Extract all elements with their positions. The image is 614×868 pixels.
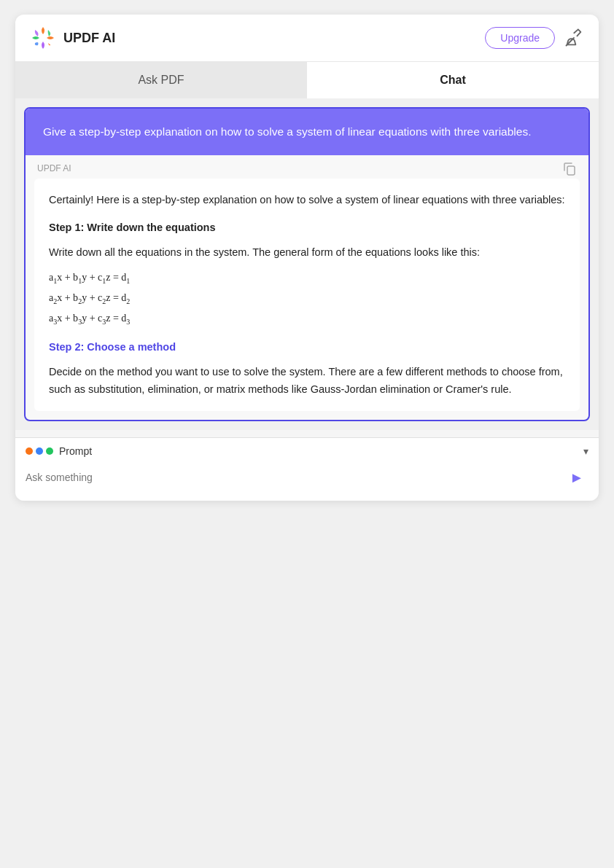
equations-block: a1x + b1y + c1z = d1 a2x + b2y + c2z = d…	[49, 269, 565, 329]
step1-header: Step 1: Write down the equations	[49, 219, 565, 237]
ai-section: UPDF AI Certainly! Here is a step-by-ste…	[26, 155, 588, 411]
copy-icon[interactable]	[562, 161, 577, 176]
equation-2: a2x + b2y + c2z = d2	[49, 289, 565, 308]
tab-chat[interactable]: Chat	[307, 62, 599, 98]
input-area: Prompt ▾ ►	[15, 437, 599, 501]
header-left: UPDF AI	[30, 25, 115, 51]
ask-input-row: ►	[26, 463, 588, 492]
upgrade-button[interactable]: Upgrade	[485, 27, 555, 49]
equation-1: a1x + b1y + c1z = d1	[49, 269, 565, 287]
svg-rect-0	[567, 166, 575, 175]
app-container: UPDF AI Upgrade Ask PDF Chat Give a step…	[15, 15, 599, 501]
header: UPDF AI Upgrade	[15, 15, 599, 62]
user-message-text: Give a step-by-step explanation on how t…	[43, 123, 571, 141]
dot-orange	[26, 447, 33, 455]
broom-icon[interactable]	[564, 28, 584, 48]
chat-area: Give a step-by-step explanation on how t…	[24, 107, 590, 421]
prompt-left: Prompt	[26, 445, 92, 457]
ai-response-box[interactable]: Certainly! Here is a step-by-step explan…	[34, 179, 580, 411]
prompt-dots	[26, 447, 53, 455]
tabs-bar: Ask PDF Chat	[15, 62, 599, 98]
dot-green	[46, 447, 53, 455]
ask-input[interactable]	[26, 472, 559, 483]
header-right: Upgrade	[485, 27, 584, 49]
prompt-label: Prompt	[59, 445, 92, 457]
tab-ask-pdf[interactable]: Ask PDF	[15, 62, 307, 98]
app-title: UPDF AI	[63, 31, 115, 46]
send-button[interactable]: ►	[565, 466, 588, 489]
step1-body: Write down all the equations in the syst…	[49, 244, 565, 262]
send-arrow-icon: ►	[570, 469, 584, 486]
chat-wrapper: Give a step-by-step explanation on how t…	[15, 98, 599, 430]
prompt-row: Prompt ▾	[26, 445, 588, 457]
user-message-bubble: Give a step-by-step explanation on how t…	[26, 109, 588, 155]
step2-body: Decide on the method you want to use to …	[49, 364, 565, 399]
dot-blue	[36, 447, 43, 455]
ai-label-row: UPDF AI	[26, 155, 588, 179]
step2-header: Step 2: Choose a method	[49, 339, 565, 356]
equation-3: a3x + b3y + c3z = d3	[49, 310, 565, 328]
updf-logo-icon	[30, 25, 56, 51]
chevron-down-icon[interactable]: ▾	[583, 445, 588, 457]
response-intro: Certainly! Here is a step-by-step explan…	[49, 192, 565, 209]
ai-label: UPDF AI	[37, 163, 71, 173]
